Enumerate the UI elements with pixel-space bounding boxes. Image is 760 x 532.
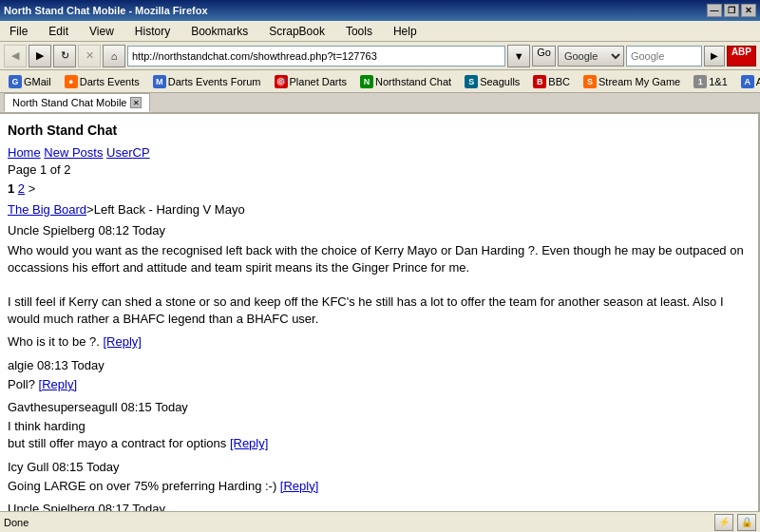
- address-bar-container: ▼ Go: [127, 45, 556, 67]
- post-2-author: algie: [8, 358, 33, 372]
- minimize-button[interactable]: —: [707, 4, 722, 17]
- status-icons: ⚡ 🔒: [714, 514, 756, 531]
- bookmark-planet-darts[interactable]: 🎯 Planet Darts: [270, 72, 352, 91]
- page-2-link[interactable]: 2: [18, 181, 25, 196]
- bookmark-awps-icon: A: [741, 75, 754, 88]
- bookmark-planet-darts-label: Planet Darts: [290, 76, 348, 87]
- dropdown-btn[interactable]: ▼: [507, 45, 530, 67]
- menu-view[interactable]: View: [84, 23, 120, 40]
- status-icon-1[interactable]: ⚡: [714, 514, 733, 531]
- board-link-container: The Big Board>Left Back - Harding V Mayo: [8, 201, 750, 218]
- tab-northstand[interactable]: North Stand Chat Mobile ✕: [4, 93, 150, 112]
- reload-button[interactable]: ↻: [53, 45, 76, 67]
- search-engine-select[interactable]: Google: [558, 46, 624, 66]
- bookmark-northstand-label: Northstand Chat: [375, 76, 451, 87]
- bookmark-northstand-icon: N: [360, 75, 373, 88]
- bookmark-gmail[interactable]: G GMail: [4, 72, 56, 91]
- bookmark-stream-label: Stream My Game: [598, 76, 680, 87]
- bookmarks-bar: G GMail ● Darts Events M Darts Events Fo…: [0, 70, 760, 93]
- post-3-author: Gavthesuperseagull: [8, 400, 118, 414]
- bookmark-darts-events[interactable]: ● Darts Events: [60, 72, 144, 91]
- site-title: North Stand Chat: [8, 122, 750, 141]
- post-2-time: 08:13 Today: [37, 358, 104, 372]
- reply-link-2[interactable]: [Reply]: [39, 377, 77, 391]
- bookmark-awps-label: AWPS: [756, 76, 760, 87]
- bookmark-darts-forum-label: Darts Events Forum: [168, 76, 261, 87]
- nav-links: Home New Posts UserCP: [8, 144, 750, 162]
- menu-tools[interactable]: Tools: [340, 23, 378, 40]
- reply-link-4[interactable]: [Reply]: [280, 479, 318, 493]
- page-info: Page 1 of 2: [8, 162, 750, 179]
- tab-label: North Stand Chat Mobile: [12, 97, 126, 108]
- stop-button[interactable]: ✕: [78, 45, 101, 67]
- post-1-body: Who would you want as the recognised lef…: [8, 242, 750, 329]
- bookmark-stream-icon: S: [583, 75, 597, 88]
- post-3-body: I think harding but still offer mayo a c…: [8, 418, 750, 452]
- bookmark-bbc[interactable]: B BBC: [528, 72, 575, 91]
- bookmark-oneandone[interactable]: 1 1&1: [689, 72, 732, 91]
- content-area[interactable]: North Stand Chat Home New Posts UserCP P…: [0, 114, 760, 511]
- search-go-button[interactable]: ▶: [704, 46, 725, 66]
- go-button[interactable]: Go: [532, 46, 556, 66]
- usercp-link[interactable]: UserCP: [106, 145, 150, 160]
- bookmark-northstand[interactable]: N Northstand Chat: [355, 72, 456, 91]
- post-3-header: Gavthesuperseagull 08:15 Today: [8, 399, 750, 416]
- bookmark-darts-events-icon: ●: [65, 75, 78, 88]
- menu-edit[interactable]: Edit: [43, 23, 74, 40]
- post-1-author: Uncle Spielberg: [8, 223, 95, 238]
- post-5-author: Uncle Spielberg: [8, 502, 95, 511]
- search-container: Google ▶ ABP: [558, 46, 756, 66]
- tab-close-button[interactable]: ✕: [130, 97, 142, 108]
- bookmark-bbc-icon: B: [533, 75, 546, 88]
- tab-bar: North Stand Chat Mobile ✕: [0, 93, 760, 114]
- home-link[interactable]: Home: [8, 145, 41, 160]
- window-title: North Stand Chat Mobile - Mozilla Firefo…: [4, 5, 208, 16]
- bookmark-awps[interactable]: A AWPS: [736, 72, 760, 91]
- bookmark-planet-darts-icon: 🎯: [275, 75, 288, 88]
- menu-file[interactable]: File: [4, 23, 33, 40]
- post-1-header: Uncle Spielberg 08:12 Today: [8, 222, 750, 239]
- adblock-button[interactable]: ABP: [727, 46, 756, 66]
- reply-link-3[interactable]: [Reply]: [230, 436, 268, 450]
- bookmark-gmail-label: GMail: [24, 76, 51, 87]
- search-input[interactable]: [626, 46, 702, 66]
- home-button[interactable]: ⌂: [103, 45, 125, 67]
- post-2-body: Poll? [Reply]: [8, 376, 750, 393]
- menu-history[interactable]: History: [129, 23, 176, 40]
- status-bar: Done ⚡ 🔒: [0, 511, 760, 532]
- page-nav: 1 2 >: [8, 180, 750, 198]
- post-4-header: Icy Gull 08:15 Today: [8, 459, 750, 476]
- status-icon-2[interactable]: 🔒: [737, 514, 756, 531]
- address-input[interactable]: [127, 46, 505, 66]
- close-button[interactable]: ✕: [741, 4, 756, 17]
- post-5-time: 08:17 Today: [98, 502, 165, 511]
- menu-bookmarks[interactable]: Bookmarks: [185, 23, 254, 40]
- post-5-header: Uncle Spielberg 08:17 Today: [8, 501, 750, 511]
- post-reply-1: Who is it to be ?. [Reply]: [8, 333, 750, 351]
- menu-scrapbook[interactable]: ScrapBook: [263, 23, 331, 40]
- title-bar: North Stand Chat Mobile - Mozilla Firefo…: [0, 0, 760, 21]
- window-controls: — ❐ ✕: [707, 4, 756, 17]
- bookmark-seagulls-label: Seagulls: [480, 76, 520, 87]
- back-button[interactable]: ◀: [4, 45, 27, 67]
- status-text: Done: [4, 517, 28, 528]
- post-4-body: Going LARGE on over 75% preferring Hardi…: [8, 478, 750, 495]
- post-4-time: 08:15 Today: [52, 460, 120, 474]
- forward-button[interactable]: ▶: [28, 45, 51, 67]
- new-posts-link[interactable]: New Posts: [44, 145, 103, 160]
- bookmark-gmail-icon: G: [9, 75, 22, 88]
- bookmark-seagulls[interactable]: S Seagulls: [460, 72, 524, 91]
- menu-help[interactable]: Help: [388, 23, 423, 40]
- restore-button[interactable]: ❐: [724, 4, 739, 17]
- reply-link-1[interactable]: [Reply]: [103, 334, 141, 349]
- bookmark-darts-events-label: Darts Events: [80, 76, 140, 87]
- menu-bar: File Edit View History Bookmarks ScrapBo…: [0, 21, 760, 42]
- post-1-time: 08:12 Today: [98, 223, 165, 238]
- post-2-header: algie 08:13 Today: [8, 357, 750, 374]
- bookmark-stream[interactable]: S Stream My Game: [579, 72, 685, 91]
- post-4-author: Icy Gull: [8, 460, 48, 474]
- bookmark-darts-events-forum[interactable]: M Darts Events Forum: [148, 72, 266, 91]
- bookmark-oneandone-icon: 1: [694, 75, 707, 88]
- post-3-time: 08:15 Today: [121, 400, 188, 414]
- board-link[interactable]: The Big Board: [8, 202, 86, 217]
